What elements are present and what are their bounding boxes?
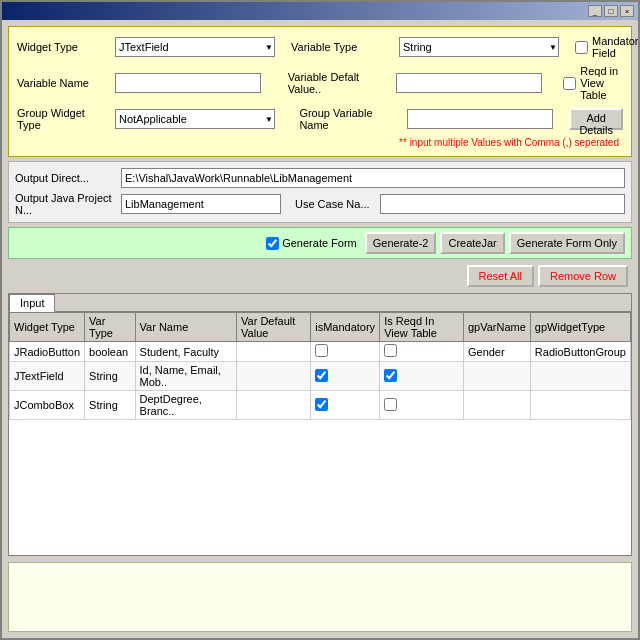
cell-var-type: String	[85, 362, 136, 391]
col-gp-var-name: gpVarName	[463, 313, 530, 342]
cell-is-reqd-checkbox[interactable]	[384, 369, 397, 382]
variable-type-select-wrapper: String	[399, 37, 559, 57]
variable-type-label: Variable Type	[291, 41, 391, 53]
close-button[interactable]: ×	[620, 5, 634, 17]
reqd-view-label: Reqd in View Table	[580, 65, 623, 101]
generate-two-button[interactable]: Generate-2	[365, 232, 437, 254]
reqd-view-checkbox[interactable]	[563, 77, 576, 90]
generate-form-checkbox[interactable]	[266, 237, 279, 250]
reqd-view-row: Reqd in View Table	[563, 65, 623, 101]
maximize-button[interactable]: □	[604, 5, 618, 17]
data-table: Widget Type Var Type Var Name Var Defaul…	[9, 312, 631, 420]
cell-gp-widget-type: RadioButtonGroup	[530, 342, 630, 362]
group-widget-type-select-wrapper: NotApplicable	[115, 109, 275, 129]
col-var-type: Var Type	[85, 313, 136, 342]
col-var-default: Var Default Value	[237, 313, 311, 342]
widget-type-select-wrapper: JTextField	[115, 37, 275, 57]
window-controls: _ □ ×	[588, 5, 634, 17]
group-widget-type-select[interactable]: NotApplicable	[115, 109, 275, 129]
variable-type-select[interactable]: String	[399, 37, 559, 57]
cell-var-type: boolean	[85, 342, 136, 362]
cell-var-name: Id, Name, Email, Mob..	[135, 362, 237, 391]
titlebar: _ □ ×	[2, 2, 638, 20]
variable-default-input[interactable]	[396, 73, 542, 93]
use-case-input[interactable]	[380, 194, 625, 214]
cell-var-name: Student, Faculty	[135, 342, 237, 362]
col-is-mandatory: isMandatory	[311, 313, 380, 342]
table-header-row: Widget Type Var Type Var Name Var Defaul…	[10, 313, 631, 342]
create-jar-button[interactable]: CreateJar	[440, 232, 504, 254]
cell-var-name: DeptDegree, Branc..	[135, 391, 237, 420]
table-row: JTextFieldStringId, Name, Email, Mob..	[10, 362, 631, 391]
cell-is-reqd	[380, 362, 464, 391]
cell-gp-var-name	[463, 362, 530, 391]
variable-name-label: Variable Name	[17, 77, 107, 89]
cell-widget-type: JTextField	[10, 362, 85, 391]
note-text: ** input multiple Values with Comma (,) …	[17, 137, 623, 148]
col-gp-widget-type: gpWidgetType	[530, 313, 630, 342]
cell-gp-widget-type	[530, 391, 630, 420]
cell-is-mandatory-checkbox[interactable]	[315, 369, 328, 382]
reset-all-button[interactable]: Reset All	[467, 265, 534, 287]
cell-var-type: String	[85, 391, 136, 420]
cell-gp-var-name: Gender	[463, 342, 530, 362]
mandatory-field-row: Mandatory Field	[575, 35, 638, 59]
use-case-label: Use Case Na...	[295, 198, 370, 210]
main-window: _ □ × Widget Type JTextField Variable Ty…	[0, 0, 640, 640]
control-bar: Reset All Remove Row	[8, 263, 632, 289]
cell-is-mandatory-checkbox[interactable]	[315, 344, 328, 357]
widget-type-select[interactable]: JTextField	[115, 37, 275, 57]
col-is-reqd: Is Reqd In View Table	[380, 313, 464, 342]
row-widget-type: Widget Type JTextField Variable Type Str…	[17, 35, 623, 59]
generate-form-only-button[interactable]: Generate Form Only	[509, 232, 625, 254]
table-row: JComboBoxStringDeptDegree, Branc..	[10, 391, 631, 420]
cell-widget-type: JComboBox	[10, 391, 85, 420]
cell-var-default	[237, 362, 311, 391]
col-widget-type: Widget Type	[10, 313, 85, 342]
bottom-panel	[8, 562, 632, 632]
widget-type-label: Widget Type	[17, 41, 107, 53]
col-var-name: Var Name	[135, 313, 237, 342]
minimize-button[interactable]: _	[588, 5, 602, 17]
output-dir-label: Output Direct...	[15, 172, 115, 184]
remove-row-button[interactable]: Remove Row	[538, 265, 628, 287]
cell-gp-widget-type	[530, 362, 630, 391]
output-java-row: Output Java Project N... Use Case Na...	[15, 192, 625, 216]
group-variable-name-label: Group Variable Name	[299, 107, 399, 131]
cell-is-mandatory	[311, 391, 380, 420]
cell-is-reqd	[380, 342, 464, 362]
middle-panel: Output Direct... Output Java Project N..…	[8, 161, 632, 223]
generate-form-label: Generate Form	[282, 237, 357, 249]
action-bar: Generate Form Generate-2 CreateJar Gener…	[8, 227, 632, 259]
cell-is-mandatory-checkbox[interactable]	[315, 398, 328, 411]
group-variable-name-input[interactable]	[407, 109, 553, 129]
generate-form-check: Generate Form	[266, 237, 357, 250]
top-panel: Widget Type JTextField Variable Type Str…	[8, 26, 632, 157]
cell-widget-type: JRadioButton	[10, 342, 85, 362]
output-dir-input[interactable]	[121, 168, 625, 188]
cell-gp-var-name	[463, 391, 530, 420]
output-java-label: Output Java Project N...	[15, 192, 115, 216]
cell-is-reqd	[380, 391, 464, 420]
cell-is-reqd-checkbox[interactable]	[384, 398, 397, 411]
tab-area: Input Widget Type Var Type Var Name Var …	[8, 293, 632, 556]
tab-input[interactable]: Input	[9, 294, 55, 312]
mandatory-field-label: Mandatory Field	[592, 35, 638, 59]
variable-default-label: Variable Defalt Value..	[288, 71, 388, 95]
cell-is-reqd-checkbox[interactable]	[384, 344, 397, 357]
table-row: JRadioButtonbooleanStudent, FacultyGende…	[10, 342, 631, 362]
tab-content: Widget Type Var Type Var Name Var Defaul…	[9, 312, 631, 555]
output-java-input[interactable]	[121, 194, 281, 214]
mandatory-field-checkbox[interactable]	[575, 41, 588, 54]
cell-var-default	[237, 391, 311, 420]
cell-var-default	[237, 342, 311, 362]
output-dir-row: Output Direct...	[15, 168, 625, 188]
group-widget-type-label: Group Widget Type	[17, 107, 107, 131]
tab-header: Input	[9, 294, 631, 312]
variable-name-input[interactable]	[115, 73, 261, 93]
row-variable-name: Variable Name Variable Defalt Value.. Re…	[17, 65, 623, 101]
add-details-button[interactable]: Add Details	[569, 108, 623, 130]
cell-is-mandatory	[311, 362, 380, 391]
row-group-widget: Group Widget Type NotApplicable Group Va…	[17, 107, 623, 131]
window-content: Widget Type JTextField Variable Type Str…	[2, 20, 638, 638]
